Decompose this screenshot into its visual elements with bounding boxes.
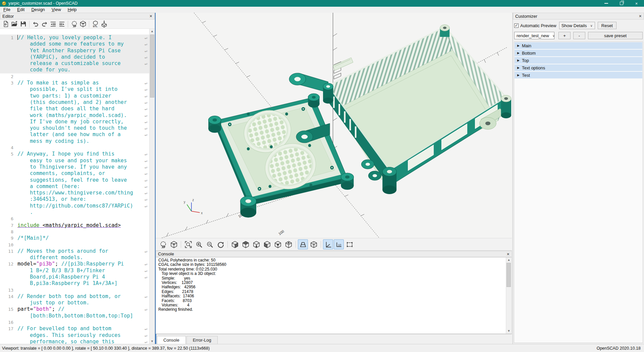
view-all-button[interactable] <box>344 239 355 249</box>
view-top-button[interactable] <box>240 239 251 249</box>
orthographic-button[interactable] <box>309 239 319 249</box>
code-row[interactable]: added some more features to my↵ <box>0 41 149 47</box>
menu-edit[interactable]: Edit <box>14 7 28 13</box>
editor-scrollbar[interactable]: ▲ ▼ <box>149 29 155 344</box>
3d-viewport[interactable]: 100 100 <box>156 13 512 238</box>
editor-close-icon[interactable]: × <box>150 14 152 18</box>
scroll-up-icon[interactable]: ▲ <box>150 29 155 34</box>
code-row[interactable]: 5// Anyway, I hope you find this↵ <box>0 151 149 157</box>
remove-preset-button[interactable]: - <box>573 32 585 39</box>
section-bottom[interactable]: ▶Bottom <box>515 50 642 56</box>
code-row[interactable]: performance, so change this↵ <box>0 339 149 344</box>
zoom-out-button[interactable] <box>205 239 215 249</box>
code-row[interactable]: http://github.com/tomsc87/YARPiC)↵ <box>0 203 149 209</box>
code-row[interactable]: work (maths/yarpic_model.scad).↵ <box>0 112 149 119</box>
code-row[interactable]: to Thingiverse. If you have any↵ <box>0 164 149 170</box>
save-preset-button[interactable]: save preset <box>588 32 643 39</box>
code-row[interactable]: 15part="both"; //↵ <box>0 306 149 312</box>
code-row[interactable]: a comment (here:↵ <box>0 183 149 190</box>
view-front-button[interactable] <box>273 239 283 249</box>
indent-button[interactable] <box>58 20 66 28</box>
title-bar[interactable]: yarpic_customizer.scad - OpenSCAD × <box>0 0 644 7</box>
reset-button[interactable]: Reset <box>598 22 616 29</box>
code-row[interactable]: 13 <box>0 287 149 293</box>
show-scale-markers-button[interactable] <box>334 239 344 249</box>
view-bottom-button[interactable] <box>251 239 261 249</box>
undo-button[interactable] <box>32 20 40 28</box>
code-row[interactable]: 14// Render both top and bottom, or↵ <box>0 293 149 300</box>
code-row[interactable]: 8 <box>0 229 149 235</box>
restore-button[interactable] <box>614 0 629 7</box>
close-button[interactable]: × <box>629 0 644 7</box>
render-button[interactable] <box>79 20 87 28</box>
preview-button[interactable] <box>158 239 168 249</box>
view-back-button[interactable] <box>283 239 293 249</box>
minimize-button[interactable] <box>599 0 614 7</box>
tab-error-log[interactable]: Error-Log <box>186 336 218 344</box>
section-test[interactable]: ▶Test <box>515 72 642 78</box>
scroll-down-icon[interactable]: ▼ <box>506 329 512 334</box>
details-dropdown[interactable]: Show Details ∨ <box>559 22 595 29</box>
code-row[interactable]: 6 <box>0 216 149 222</box>
view-right-button[interactable] <box>230 239 240 249</box>
view-left-button[interactable] <box>262 239 272 249</box>
save-button[interactable] <box>19 20 27 28</box>
reset-view-button[interactable] <box>215 239 225 249</box>
preset-dropdown[interactable]: render_test_new ∨ <box>514 32 554 39</box>
code-row[interactable]: 4 <box>0 144 149 151</box>
code-row[interactable]: you shouldn't need to touch the↵ <box>0 125 149 131</box>
section-text-options[interactable]: ▶Text options <box>515 64 642 71</box>
menu-view[interactable]: View <box>48 7 64 13</box>
menu-help[interactable]: Help <box>64 7 80 13</box>
perspective-button[interactable] <box>298 239 308 249</box>
automatic-preview-checkbox[interactable]: ✓ <box>514 23 519 28</box>
code-row[interactable]: 16 <box>0 319 149 326</box>
section-top[interactable]: ▶Top <box>515 57 642 64</box>
code-row[interactable]: 10 <box>0 242 149 248</box>
code-row[interactable]: different models. <box>0 254 149 261</box>
code-row[interactable]: edges. This seriously reduces↵ <box>0 332 149 339</box>
code-row[interactable]: two parts: 1) a customizer↵ <box>0 93 149 99</box>
code-row[interactable]: (this document), and 2) another↵ <box>0 99 149 106</box>
code-row[interactable]: 12model="pi3b"; //[pi3b:Raspberry Pi↵ <box>0 261 149 267</box>
code-row[interactable]: 3// To make it as simple as↵ <box>0 80 149 86</box>
code-row[interactable]: B,pi3a:Raspberry Pi 1A+/3A+] <box>0 280 149 287</box>
zoom-all-button[interactable] <box>183 239 193 249</box>
code-row[interactable]: Yet Another Raspberry Pi Case↵ <box>0 48 149 54</box>
code-row[interactable]: https://www.thingiverse.com/thing↵ <box>0 190 149 196</box>
console-scroll-thumb[interactable] <box>506 263 511 287</box>
code-row[interactable]: suggestions, feel free to leave↵ <box>0 177 149 183</box>
code-row[interactable]: 17// For bevelled top and bottom↵ <box>0 326 149 332</box>
new-file-button[interactable] <box>2 20 10 28</box>
code-row[interactable]: file that does all the hard↵ <box>0 106 149 112</box>
scroll-up-icon[interactable]: ▲ <box>506 257 512 262</box>
code-row[interactable]: . <box>0 209 149 216</box>
print-3d-button[interactable] <box>100 20 108 28</box>
menu-design[interactable]: Design <box>28 7 48 13</box>
code-row[interactable]: code for you. <box>0 67 149 73</box>
open-file-button[interactable] <box>10 20 18 28</box>
code-row[interactable]: Board,pi4:Raspberry Pi 4↵ <box>0 274 149 280</box>
code-row[interactable]: (YARPiC), and decided to↵ <box>0 54 149 60</box>
zoom-in-button[interactable] <box>194 239 204 249</box>
code-row[interactable]: 1// Hello, you lovely people. I↵ <box>0 35 149 41</box>
code-row[interactable]: easy to use and post your makes↵ <box>0 158 149 164</box>
customizer-close-icon[interactable]: × <box>639 14 642 18</box>
console-close-icon[interactable]: × <box>507 252 509 256</box>
code-row[interactable]: release a customizable source↵ <box>0 60 149 67</box>
show-axes-button[interactable] <box>323 239 333 249</box>
code-row[interactable]: 2 <box>0 73 149 80</box>
code-row[interactable]: 7include <maths/yarpic_model.scad> <box>0 222 149 229</box>
tab-console[interactable]: Console <box>157 336 186 344</box>
section-main[interactable]: ▶Main <box>515 42 642 49</box>
scroll-down-icon[interactable]: ▼ <box>150 339 155 344</box>
code-row[interactable]: 1 B+/2 B/3 B/3 B+/Tinker↵ <box>0 268 149 274</box>
console-scrollbar[interactable]: ▲ ▼ <box>506 257 512 334</box>
code-row[interactable]: 9/*[Main]*/ <box>0 235 149 241</box>
add-preset-button[interactable]: + <box>558 32 571 39</box>
code-row[interactable]: mess my coding is). <box>0 138 149 144</box>
menu-file[interactable]: File <box>0 7 14 13</box>
code-row[interactable]: :3464513, or here:↵ <box>0 196 149 202</box>
preview-button[interactable] <box>70 20 78 28</box>
code-row[interactable]: latter (and see how much of a↵ <box>0 131 149 138</box>
